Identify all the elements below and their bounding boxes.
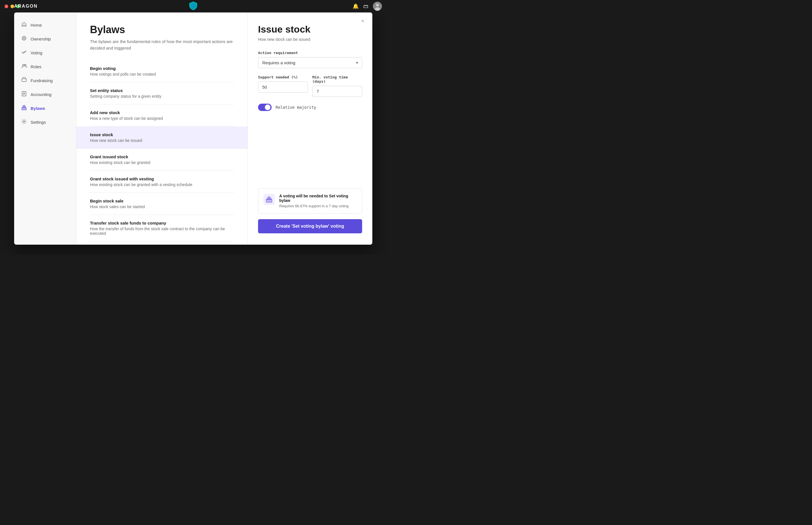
fundraising-icon — [21, 77, 27, 84]
min-voting-time-label: Min. voting time (days) — [312, 75, 362, 84]
bylaw-item-transfer-stock-funds[interactable]: Transfer stock sale funds to company How… — [90, 215, 234, 242]
svg-point-3 — [22, 36, 26, 40]
sidebar-item-ownership-label: Ownership — [31, 36, 51, 41]
bylaw-desc-grant-issued-stock: How existing stock can be granted — [90, 160, 234, 165]
avatar[interactable] — [373, 2, 382, 11]
notification-icon[interactable]: 🔔 — [353, 3, 359, 9]
app-logo-center — [188, 1, 198, 12]
bylaw-item-grant-issued-stock[interactable]: Grant issued stock How existing stock ca… — [90, 149, 234, 171]
ownership-icon — [21, 35, 27, 43]
sidebar-item-voting[interactable]: Voting — [14, 46, 76, 60]
relative-majority-row: Relative majority — [258, 104, 362, 111]
panel-title: Issue stock — [258, 24, 362, 35]
sidebar-item-home-label: Home — [31, 22, 42, 28]
info-box-icon — [263, 194, 275, 205]
bylaw-title-begin-voting: Begin voting — [90, 66, 234, 71]
support-needed-col: Support needed (%) — [258, 75, 308, 97]
bylaw-title-set-entity-status: Set entity status — [90, 88, 234, 93]
bylaw-title-grant-issued-stock: Grant issued stock — [90, 154, 234, 159]
bylaw-desc-add-new-stock: How a new type of stock can be assigned — [90, 116, 234, 121]
minimize-traffic-light[interactable] — [11, 4, 14, 8]
support-needed-label: Support needed (%) — [258, 75, 308, 79]
titlebar-right: 🔔 🗃 — [353, 2, 382, 11]
main-content: Bylaws The bylaws are the fundamental ru… — [76, 13, 248, 245]
svg-point-13 — [24, 121, 25, 122]
wallet-icon[interactable]: 🗃 — [363, 3, 369, 9]
bylaw-item-add-new-stock[interactable]: Add new stock How a new type of stock ca… — [90, 105, 234, 126]
voting-icon — [21, 49, 27, 56]
sidebar-item-settings-label: Settings — [31, 120, 46, 124]
sidebar-item-settings[interactable]: Settings — [14, 115, 76, 129]
close-traffic-light[interactable] — [4, 4, 8, 8]
svg-point-5 — [22, 64, 24, 66]
action-requirement-label: Action requirement — [258, 51, 362, 55]
home-icon — [21, 21, 27, 29]
bylaw-item-set-accounting-settings[interactable]: Set accounting settings — [90, 242, 234, 245]
relative-majority-toggle[interactable] — [258, 104, 271, 111]
settings-icon — [21, 119, 27, 126]
bylaw-title-grant-stock-vesting: Grant stock issued with vesting — [90, 176, 234, 181]
bylaws-icon — [21, 105, 27, 112]
panel-subtitle: How new stock can be issued — [258, 37, 362, 42]
svg-point-2 — [375, 7, 380, 11]
accounting-icon — [21, 91, 27, 98]
sidebar: Home Ownership Voting — [14, 13, 76, 245]
svg-rect-7 — [22, 79, 26, 81]
sidebar-item-fundraising[interactable]: Fundraising — [14, 74, 76, 88]
bylaw-item-issue-stock[interactable]: Issue stock How new stock can be issued — [76, 126, 248, 149]
support-needed-input[interactable] — [258, 81, 308, 93]
svg-point-1 — [376, 4, 379, 6]
aragon-logo: ARAGON — [14, 4, 37, 9]
bylaw-desc-begin-voting: How votings and polls can be created — [90, 72, 234, 76]
app-window: Home Ownership Voting — [14, 13, 372, 245]
bylaw-item-begin-stock-sale[interactable]: Begin stock sale How stock sales can be … — [90, 193, 234, 215]
bylaw-title-add-new-stock: Add new stock — [90, 110, 234, 115]
min-voting-time-col: Min. voting time (days) — [312, 75, 362, 97]
toggle-knob — [265, 105, 270, 110]
form-row-support-voting: Support needed (%) Min. voting time (day… — [258, 75, 362, 97]
info-box-desc: Requires 66.67% support in a 7 day votin… — [279, 204, 357, 208]
roles-icon — [21, 63, 27, 70]
right-panel: × Issue stock How new stock can be issue… — [248, 13, 372, 245]
bylaw-title-issue-stock: Issue stock — [90, 132, 234, 137]
sidebar-item-bylaws-label: Bylaws — [31, 106, 45, 111]
bylaw-desc-issue-stock: How new stock can be issued — [90, 138, 234, 143]
create-voting-button[interactable]: Create 'Set voting bylaw' voting — [258, 219, 362, 233]
sidebar-item-roles[interactable]: Roles — [14, 60, 76, 74]
sidebar-item-ownership[interactable]: Ownership — [14, 32, 76, 46]
sidebar-item-accounting[interactable]: Accounting — [14, 88, 76, 101]
relative-majority-label: Relative majority — [276, 105, 316, 109]
bylaw-desc-transfer-stock-funds: How the transfer of funds from the stock… — [90, 227, 234, 236]
bylaw-desc-begin-stock-sale: How stock sales can be started — [90, 205, 234, 209]
info-box: A voting will be needed to Set voting by… — [258, 188, 362, 213]
info-box-text: A voting will be needed to Set voting by… — [279, 194, 357, 208]
bylaw-item-begin-voting[interactable]: Begin voting How votings and polls can b… — [90, 60, 234, 82]
sidebar-item-bylaws[interactable]: Bylaws — [14, 101, 76, 115]
close-button[interactable]: × — [359, 17, 367, 25]
svg-rect-17 — [268, 197, 270, 198]
sidebar-item-home[interactable]: Home — [14, 18, 76, 32]
bylaw-desc-set-entity-status: Setting company status for a given entit… — [90, 94, 234, 99]
info-box-title: A voting will be needed to Set voting by… — [279, 194, 357, 203]
bylaw-item-grant-stock-vesting[interactable]: Grant stock issued with vesting How exis… — [90, 171, 234, 193]
bylaw-title-transfer-stock-funds: Transfer stock sale funds to company — [90, 221, 234, 225]
sidebar-item-roles-label: Roles — [31, 64, 41, 69]
action-requirement-wrapper: Requires a voting Requires a signature N… — [258, 57, 362, 68]
titlebar: ARAGON 🔔 🗃 — [0, 0, 387, 13]
action-requirement-select[interactable]: Requires a voting Requires a signature N… — [258, 57, 362, 68]
svg-point-6 — [24, 64, 26, 66]
bylaw-desc-grant-stock-vesting: How existing stock can be granted with a… — [90, 182, 234, 187]
sidebar-item-accounting-label: Accounting — [31, 92, 51, 97]
svg-point-4 — [23, 38, 25, 39]
bylaw-title-begin-stock-sale: Begin stock sale — [90, 198, 234, 203]
sidebar-item-voting-label: Voting — [31, 50, 43, 55]
bylaw-item-set-entity-status[interactable]: Set entity status Setting company status… — [90, 82, 234, 105]
page-title: Bylaws — [90, 24, 234, 36]
min-voting-time-input[interactable] — [312, 86, 362, 97]
page-subtitle: The bylaws are the fundamental rules of … — [90, 39, 234, 51]
sidebar-item-fundraising-label: Fundraising — [31, 78, 53, 83]
